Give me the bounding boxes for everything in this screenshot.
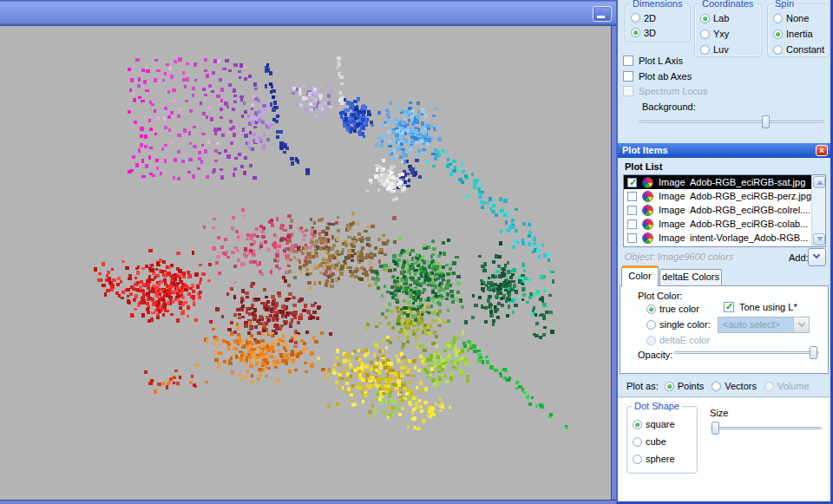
radio-vectors[interactable]: Vectors [712,381,757,391]
plot-list-label: Plot List [625,161,662,172]
item-type: Image [659,205,690,215]
checkbox-plot-ab-axes[interactable]: Plot ab Axes [623,69,692,82]
checkbox-icon[interactable] [627,206,637,215]
slider-track[interactable] [711,427,822,429]
tab-deltae-colors[interactable]: deltaE Colors [659,269,722,286]
item-type: Image [659,232,690,243]
checkbox-plot-ab-axes-label: Plot ab Axes [639,71,692,82]
item-type: Image [659,191,690,201]
color-wheel-icon [643,206,653,215]
radio-volume: Volume [764,381,810,391]
plot-list[interactable]: Image Adob-RGB_eciRGB-sat.jpg Image Adob… [623,174,826,247]
color-wheel-icon [643,178,653,187]
plot-items-header[interactable]: Plot Items × [618,143,830,158]
color-wheel-icon [643,192,653,201]
dropdown-button [793,317,809,332]
checkbox-tone-using-l[interactable]: Tone using L* [724,302,797,312]
radio-icon [631,13,640,23]
radio-single-color[interactable]: single color: [646,319,711,330]
group-dimensions: Dimensions 2D 3D [625,3,691,42]
tab-color-label: Color [628,271,651,281]
control-panel: Dimensions 2D 3D Coordinates Lab [616,0,833,504]
checkbox-icon [623,56,633,66]
slider-track[interactable] [673,351,819,354]
list-scrollbar[interactable] [811,175,825,246]
plot-color-label: Plot Color: [638,291,682,301]
close-icon: × [819,146,824,155]
radio-points[interactable]: Points [665,381,705,391]
item-name: Adob-RGB_eciRGB-colab... [690,219,808,229]
gamut-plot-area[interactable] [0,26,611,500]
slider-track[interactable] [639,121,824,123]
add-dropdown-button[interactable] [808,248,826,266]
radio-sphere[interactable]: sphere [633,450,695,468]
slider-thumb[interactable] [712,422,719,435]
auto-select-dropdown: <auto select> [718,317,810,333]
opacity-slider[interactable] [673,346,819,359]
tab-color[interactable]: Color [621,265,659,286]
plot-items-title: Plot Items [622,145,668,155]
object-info-label: Object: Image9600 colors [625,252,733,262]
radio-yxy-label: Yxy [713,29,729,39]
checkbox-plot-l-axis-label: Plot L Axis [639,56,683,66]
radio-true-color[interactable]: true color [646,304,699,314]
background-slider[interactable] [639,115,824,128]
radio-spin-constant-label: Constant [786,44,824,55]
close-button[interactable]: × [816,145,828,156]
radio-icon [700,14,710,23]
checkbox-icon[interactable] [627,192,637,201]
radio-spin-inertia-label: Inertia [786,29,813,39]
checkbox-spectrum-locus-label: Spectrum Locus [639,86,707,96]
radio-cube[interactable]: cube [633,433,695,450]
radio-deltae-color-label: deltaE color [659,335,710,345]
radio-sphere-label: sphere [646,454,675,464]
minimize-button[interactable] [593,6,612,22]
radio-2d[interactable]: 2D [631,10,688,25]
list-item[interactable]: Image Adob-RGB_eciRGB-perz.jpg [624,189,811,203]
radio-volume-label: Volume [777,381,810,391]
opacity-label: Opacity: [638,350,672,360]
gamut-scatter-canvas[interactable] [0,26,611,500]
radio-icon [665,382,674,391]
radio-luv[interactable]: Luv [700,42,759,57]
plot-as-label: Plot as: [626,381,659,391]
background-label: Background: [642,101,696,112]
arrow-up-icon [817,180,823,185]
radio-spin-constant[interactable]: Constant [773,42,827,57]
scroll-down-button[interactable] [813,233,825,245]
group-dimensions-title: Dimensions [630,0,685,9]
radio-icon [633,455,642,464]
size-slider[interactable] [711,422,822,435]
radio-spin-inertia[interactable]: Inertia [773,26,827,42]
plot-window-titlebar[interactable] [0,0,616,26]
slider-thumb[interactable] [810,346,817,359]
radio-3d[interactable]: 3D [631,25,688,40]
item-name: Adob-RGB_eciRGB-perz.jpg [690,191,811,201]
list-item[interactable]: Image Adob-RGB_eciRGB-sat.jpg [624,175,811,189]
radio-spin-none[interactable]: None [773,10,827,26]
group-dot-shape-title: Dot Shape [632,401,682,411]
radio-square-label: square [646,419,675,429]
radio-icon [700,45,710,55]
checkbox-icon[interactable] [627,233,637,243]
group-spin-title: Spin [772,0,797,9]
radio-icon [633,437,642,447]
checkbox-icon[interactable] [627,219,637,229]
radio-icon [631,28,640,37]
item-type: Image [659,219,690,229]
checkbox-plot-l-axis[interactable]: Plot L Axis [623,54,683,67]
checkbox-spectrum-locus: Spectrum Locus [623,84,707,97]
list-item[interactable]: Image Adob-RGB_eciRGB-colab... [624,217,811,231]
radio-cube-label: cube [646,436,666,447]
list-item[interactable]: Image intent-Vorlage_Adob-RGB... [624,231,811,245]
list-item[interactable]: Image Adob-RGB_eciRGB-colrel.... [624,203,811,217]
checkbox-icon[interactable] [627,178,637,187]
radio-icon [773,14,783,23]
radio-lab[interactable]: Lab [700,10,759,26]
radio-yxy[interactable]: Yxy [700,26,759,42]
slider-thumb[interactable] [762,115,770,128]
scroll-up-button[interactable] [813,176,825,188]
color-wheel-icon [643,219,653,229]
radio-square[interactable]: square [633,416,695,433]
radio-3d-label: 3D [644,28,656,38]
